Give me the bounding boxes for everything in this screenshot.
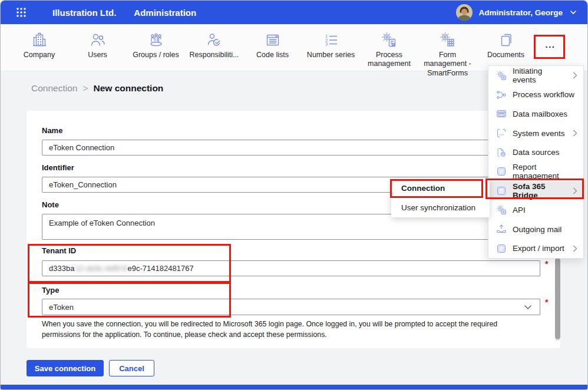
document-icon: [496, 186, 507, 196]
tenant-id-visible-start: d333ba: [49, 264, 74, 273]
toolbar-item-label: Groups / roles: [133, 51, 179, 60]
toolbar-item-process-management[interactable]: Process management: [360, 24, 418, 71]
toolbar-item-responsibiliti[interactable]: Responsibiliti...: [185, 24, 243, 71]
toolbar-item-label: Responsibiliti...: [189, 51, 239, 60]
chevron-right-icon: [573, 245, 577, 252]
top-header: Illustration Ltd. Administration Adminis…: [1, 1, 587, 24]
app-window: Illustration Ltd. Administration Adminis…: [0, 0, 588, 390]
breadcrumb-parent[interactable]: Connection: [31, 83, 77, 94]
users-icon: [89, 31, 107, 49]
toolbar-item-label: ...: [545, 39, 555, 50]
toolbar-item-label: Code lists: [256, 51, 289, 60]
database-file-icon: [496, 147, 507, 158]
avatar: [456, 4, 473, 21]
toolbar-item-label: Users: [88, 51, 107, 60]
numbered-list-icon: 123: [322, 31, 340, 49]
submenu-panel: ConnectionUser synchronization: [391, 179, 490, 217]
menu-item-label: Outgoing mail: [513, 225, 561, 234]
toolbar-item-users[interactable]: Users: [68, 24, 127, 71]
user-menu[interactable]: Administrator, George: [456, 4, 577, 21]
mail-window-icon: [496, 108, 507, 119]
app-grid-icon[interactable]: [16, 7, 27, 18]
toolbar-item-label: Documents: [487, 51, 524, 60]
menu-item-sofa-365-bridge[interactable]: Sofa 365 Bridge: [488, 181, 583, 201]
toolbar-item-documents[interactable]: Documents: [477, 24, 535, 71]
note-input[interactable]: Example of eToken Connection: [42, 214, 540, 240]
gear-play-icon: [496, 70, 507, 81]
menu-item-data-mailboxes[interactable]: Data mailboxes: [488, 104, 583, 124]
chevron-right-icon: [573, 72, 577, 79]
gear-clipboard-icon: [381, 31, 398, 49]
note-label: Note: [42, 200, 59, 209]
toolbar-item-more[interactable]: ...: [535, 24, 566, 71]
menu-item-outgoing-mail[interactable]: Outgoing mail: [488, 220, 583, 239]
save-connection-button[interactable]: Save connection: [27, 360, 104, 376]
menu-item-label: Data sources: [513, 148, 560, 157]
breadcrumb-separator-icon: >: [82, 83, 88, 94]
log-file-icon: LOG: [496, 128, 507, 138]
toolbar: CompanyUsersGroups / rolesResponsibiliti…: [1, 24, 587, 71]
window-list-icon: [264, 31, 282, 49]
toolbar-item-label: Process management: [360, 51, 418, 69]
outgoing-mail-icon: [496, 224, 507, 234]
tenant-id-label: Tenant ID: [42, 246, 76, 255]
chevron-down-icon: [524, 305, 532, 310]
documents-icon: [497, 31, 515, 49]
chevron-right-icon: [573, 130, 577, 137]
cancel-button[interactable]: Cancel: [109, 360, 154, 376]
submenu-item-connection[interactable]: Connection: [391, 179, 490, 198]
tenant-id-visible-end: e9c-714182481767: [128, 264, 194, 273]
menu-item-process-workflow[interactable]: Process workflow: [488, 85, 583, 105]
app-title: Administration: [134, 8, 196, 18]
menu-item-system-events[interactable]: LOGSystem events: [488, 124, 583, 143]
toolbar-items: CompanyUsersGroups / rolesResponsibiliti…: [1, 24, 587, 71]
company-name: Illustration Ltd.: [52, 8, 116, 18]
svg-text:LOG: LOG: [498, 133, 504, 136]
scrollbar-thumb[interactable]: [555, 258, 560, 339]
name-input[interactable]: [42, 140, 540, 156]
submenu-item-user-synchronization[interactable]: User synchronization: [391, 198, 490, 217]
name-label: Name: [42, 126, 62, 135]
menu-item-api[interactable]: API: [488, 200, 583, 220]
footer-bar: [1, 385, 587, 389]
tenant-id-redacted-segment: 12-ab3c-4d5f-8: [75, 264, 127, 273]
type-select[interactable]: eToken: [42, 299, 540, 315]
toolbar-item-company[interactable]: Company: [10, 24, 68, 71]
toolbar-item-label: Form management - SmartForms: [418, 51, 477, 78]
toolbar-item-number-series[interactable]: 123Number series: [302, 24, 360, 71]
menu-item-data-sources[interactable]: Data sources: [488, 143, 583, 162]
tenant-id-input[interactable]: d333ba12-ab3c-4d5f-8e9c-714182481767: [42, 260, 540, 276]
user-name: Administrator, George: [478, 8, 563, 17]
type-label: Type: [42, 286, 59, 295]
document-icon: [496, 166, 507, 177]
help-text: When you save the connection, you will b…: [42, 319, 521, 341]
menu-item-export-import[interactable]: Export / import: [488, 239, 583, 258]
building-icon: [31, 31, 48, 49]
toolbar-item-code-lists[interactable]: Code lists: [243, 24, 302, 71]
menu-item-report-management[interactable]: Report management: [488, 162, 583, 181]
workflow-icon: [496, 90, 507, 100]
menu-item-label: Report management: [513, 163, 577, 180]
menu-item-label: API: [513, 206, 526, 214]
menu-item-initiating-events[interactable]: Initiating events: [488, 66, 583, 85]
gear-grid-icon: [439, 31, 457, 49]
menu-item-label: Sofa 365 Bridge: [513, 182, 567, 200]
svg-text:3: 3: [325, 41, 328, 47]
breadcrumb: Connection > New connection: [31, 83, 163, 94]
breadcrumb-current: New connection: [93, 83, 163, 94]
menu-item-label: Process workflow: [513, 90, 574, 99]
type-required-marker: *: [545, 298, 548, 307]
type-select-value: eToken: [49, 303, 74, 312]
menu-item-label: Initiating events: [513, 67, 567, 84]
toolbar-item-groups-roles[interactable]: Groups / roles: [127, 24, 185, 71]
menu-item-label: System events: [513, 129, 565, 138]
document-icon: [496, 243, 507, 254]
toolbar-item-label: Number series: [307, 51, 355, 60]
groups-icon: [147, 31, 165, 49]
submenu-item-label: Connection: [401, 184, 445, 193]
toolbar-item-form-management-smartforms[interactable]: Form management - SmartForms: [418, 24, 477, 71]
context-menu: Initiating eventsProcess workflowData ma…: [488, 65, 584, 259]
chevron-right-icon: [573, 187, 577, 194]
identifier-label: Identifier: [42, 163, 74, 172]
chevron-down-icon: [570, 10, 577, 15]
